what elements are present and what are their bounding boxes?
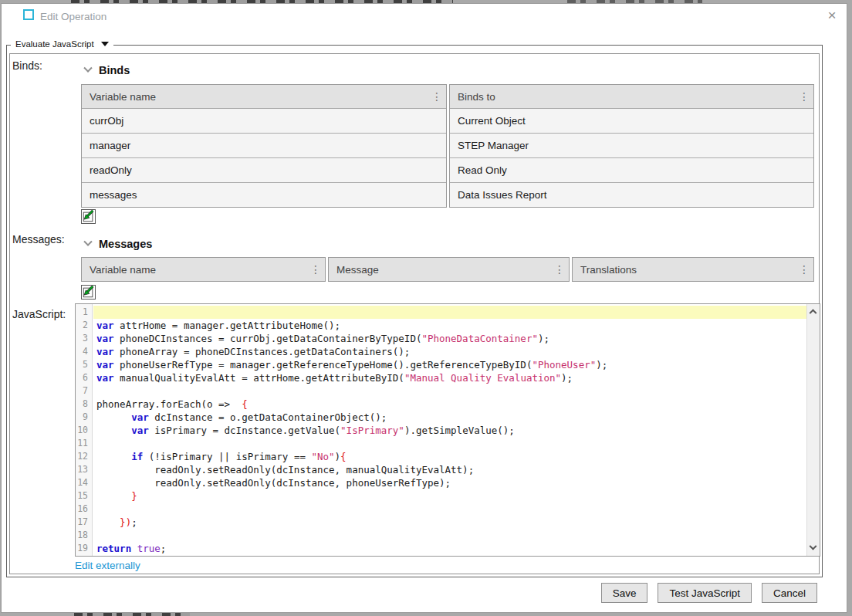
line-number: 11	[76, 437, 88, 450]
code-area[interactable]: var attrHome = manager.getAttributeHome(…	[93, 304, 806, 556]
code-token: var	[96, 320, 114, 331]
code-line[interactable]: var phoneArray = phoneDCInstances.getDat…	[93, 345, 806, 358]
code-token: phoneDCInstances = currObj.getDataContai…	[114, 333, 422, 344]
code-token: );	[596, 359, 607, 371]
binds-section-header[interactable]: Binds	[85, 64, 130, 76]
code-line[interactable]: var isPrimary = dcInstance.getValue("IsP…	[93, 424, 806, 437]
code-token: {	[340, 451, 347, 462]
binds-section-title: Binds	[99, 64, 130, 76]
column-menu-icon[interactable]: ⋮	[310, 263, 321, 276]
code-token: "PhoneDataContainer"	[421, 333, 538, 344]
code-line[interactable]: readOnly.setReadOnly(dcInstance, phoneUs…	[93, 476, 806, 489]
column-header[interactable]: Message⋮	[329, 258, 569, 281]
code-line[interactable]: return true;	[93, 542, 806, 555]
column-menu-icon[interactable]: ⋮	[554, 263, 565, 276]
line-number: 14	[76, 476, 88, 489]
code-line[interactable]: var phoneUserRefType = manager.getRefere…	[93, 358, 806, 371]
operation-type-dropdown[interactable]: Evaluate JavaScript	[11, 39, 113, 49]
line-number: 13	[76, 463, 88, 476]
code-token: var	[96, 372, 114, 384]
code-line[interactable]	[93, 529, 806, 542]
messages-section-header[interactable]: Messages	[85, 238, 152, 250]
messages-field-label: Messages:	[12, 233, 65, 245]
code-line[interactable]: if (!isPrimary || isPrimary == "No"){	[93, 450, 806, 463]
code-token	[96, 411, 131, 423]
column-menu-icon[interactable]: ⋮	[431, 90, 442, 103]
operation-type-label: Evaluate JavaScript	[15, 39, 94, 49]
code-line[interactable]: var dcInstance = o.getDataContainerObjec…	[93, 411, 806, 424]
column-header[interactable]: Variable name⋮	[82, 85, 446, 108]
table-cell[interactable]: Data Issues Report	[450, 182, 813, 207]
messages-section-title: Messages	[99, 238, 152, 250]
code-line[interactable]: });	[93, 516, 806, 529]
code-token	[96, 451, 131, 462]
code-token: isPrimary = dcInstance.getValue(	[149, 425, 340, 436]
column-header-label: Variable name	[90, 264, 156, 276]
code-token: if	[131, 451, 143, 462]
code-token: ;	[131, 516, 137, 528]
code-line[interactable]: var manualQualityEvalAtt = attrHome.getA…	[93, 371, 806, 384]
code-token: ).getSimpleValue();	[404, 425, 515, 436]
javascript-editor[interactable]: 12345678910111213141516171819 var attrHo…	[75, 303, 820, 557]
code-token: var	[96, 359, 114, 371]
editor-scrollbar[interactable]	[806, 304, 820, 556]
line-number: 8	[76, 398, 88, 411]
table-cell[interactable]: Read Only	[450, 157, 813, 182]
code-line[interactable]: readOnly.setReadOnly(dcInstance, manualQ…	[93, 463, 806, 476]
table-column: Variable name⋮currObjmanagerreadOnlymess…	[81, 84, 447, 208]
line-number: 1	[76, 306, 88, 319]
column-header[interactable]: Binds to⋮	[450, 85, 813, 108]
scroll-up-icon[interactable]	[810, 308, 816, 314]
table-column: Message⋮	[328, 257, 570, 282]
table-cell[interactable]: STEP Manager	[450, 133, 813, 157]
column-menu-icon[interactable]: ⋮	[799, 90, 810, 103]
line-number: 12	[76, 450, 88, 463]
background-window-artifact	[74, 613, 190, 616]
cancel-button[interactable]: Cancel	[762, 583, 817, 603]
code-token: readOnly.setReadOnly(dcInstance, manualQ…	[96, 464, 474, 476]
code-line[interactable]	[93, 306, 806, 319]
table-cell[interactable]: messages	[82, 182, 446, 207]
edit-messages-button[interactable]	[81, 285, 96, 300]
code-token: )	[335, 451, 341, 462]
scroll-down-icon[interactable]	[810, 546, 816, 552]
green-arrow-icon	[82, 209, 95, 224]
code-line[interactable]	[93, 384, 806, 398]
code-token: })	[120, 516, 131, 528]
code-token	[131, 543, 137, 554]
code-line[interactable]	[93, 503, 806, 516]
table-cell[interactable]: Current Object	[450, 108, 813, 133]
line-number: 9	[76, 411, 88, 424]
table-cell[interactable]: manager	[82, 133, 446, 157]
code-line[interactable]: phoneArray.forEach(o => {	[93, 398, 806, 411]
table-cell[interactable]: readOnly	[82, 157, 446, 182]
test-javascript-button[interactable]: Test JavaScript	[658, 583, 752, 603]
code-line[interactable]: var attrHome = manager.getAttributeHome(…	[93, 319, 806, 332]
binds-table: Variable name⋮currObjmanagerreadOnlymess…	[81, 84, 814, 208]
column-header-label: Message	[336, 264, 379, 276]
messages-table: Variable name⋮Message⋮Translations⋮	[81, 257, 814, 282]
code-token: attrHome = manager.getAttributeHome();	[114, 320, 341, 331]
line-number-gutter: 12345678910111213141516171819	[76, 304, 93, 556]
edit-binds-button[interactable]	[81, 209, 96, 224]
code-line[interactable]	[93, 437, 806, 450]
save-button[interactable]: Save	[601, 583, 648, 603]
code-token: "PhoneUser"	[532, 359, 596, 371]
column-header[interactable]: Variable name⋮	[82, 258, 325, 281]
code-line[interactable]: var phoneDCInstances = currObj.getDataCo…	[93, 332, 806, 345]
code-token: dcInstance = o.getDataContainerObject();	[149, 411, 387, 423]
code-token: var	[131, 411, 149, 423]
edit-externally-link[interactable]: Edit externally	[75, 560, 140, 571]
close-icon[interactable]: ×	[823, 7, 840, 24]
line-number: 19	[76, 542, 88, 555]
column-header[interactable]: Translations⋮	[573, 258, 813, 281]
code-token: }	[131, 490, 137, 502]
code-line[interactable]: }	[93, 489, 806, 503]
column-menu-icon[interactable]: ⋮	[799, 263, 810, 276]
column-header-label: Binds to	[458, 91, 495, 103]
javascript-field-label: JavaScript:	[12, 308, 66, 320]
line-number: 4	[76, 345, 88, 358]
code-token: phoneArray.forEach(o =>	[96, 398, 242, 410]
code-token	[96, 490, 131, 502]
table-cell[interactable]: currObj	[82, 108, 446, 133]
